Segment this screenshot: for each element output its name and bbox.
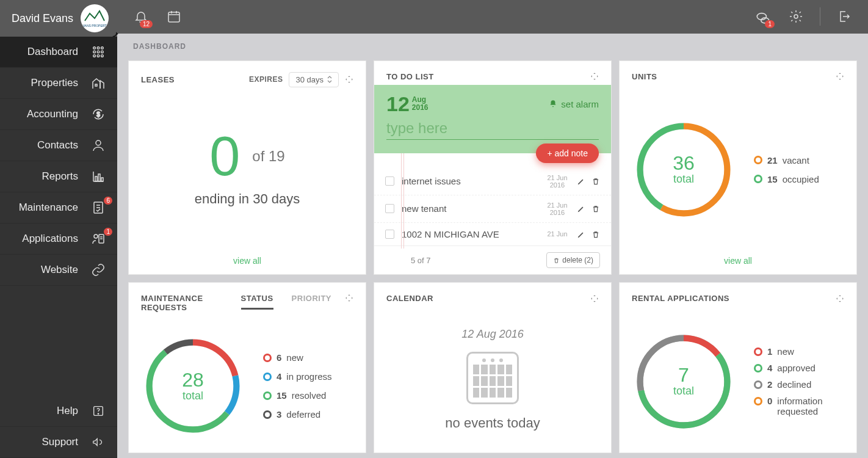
trash-icon[interactable]	[591, 230, 600, 239]
set-alarm-button[interactable]: set alarm	[549, 99, 599, 109]
drag-handle-icon[interactable]	[345, 294, 353, 302]
tab-status[interactable]: STATUS	[241, 294, 273, 310]
sidebar-item-help[interactable]: Help	[0, 396, 117, 427]
grid-icon	[90, 45, 106, 59]
range-select[interactable]: 30 days	[289, 72, 339, 87]
todo-input[interactable]	[386, 116, 599, 140]
sidebar-item-reports[interactable]: Reports	[0, 161, 117, 192]
dashboard-grid: LEASES EXPIRES 30 days 0 of 19 ending in…	[117, 56, 868, 458]
delete-label: delete (2)	[562, 256, 593, 264]
todo-checkbox[interactable]	[385, 176, 394, 186]
set-alarm-label: set alarm	[561, 99, 599, 109]
legend-item: 1new	[754, 346, 832, 357]
user-name: David Evans	[12, 12, 73, 25]
logout-button[interactable]	[835, 7, 853, 26]
card-title: RENTAL APPLICATIONS	[632, 294, 729, 303]
svg-rect-21	[168, 12, 179, 22]
todo-checkbox[interactable]	[385, 204, 394, 213]
calendar-button[interactable]	[165, 7, 183, 26]
units-donut-chart: 36 total	[632, 118, 736, 222]
sidebar-item-contacts[interactable]: Contacts	[0, 130, 117, 161]
units-card: UNITS 36 total	[619, 60, 857, 275]
drag-handle-icon[interactable]	[836, 294, 844, 303]
svg-rect-15	[101, 178, 103, 181]
todo-item: 1002 N MICHIGAN AVE 21 Jun	[374, 223, 611, 245]
svg-point-17	[94, 234, 98, 238]
todo-list: internet issues 21 Jun2016 new tenant 21…	[374, 153, 611, 274]
drag-handle-icon[interactable]	[345, 75, 353, 84]
settings-button[interactable]	[787, 7, 805, 26]
buildings-icon	[90, 76, 106, 90]
card-title: LEASES	[141, 75, 175, 84]
svg-text:EVANS PROPERTY: EVANS PROPERTY	[82, 24, 107, 27]
sidebar-item-maintenance[interactable]: Maintenance 6	[0, 192, 117, 224]
maintenance-total: 28	[182, 370, 204, 390]
divider	[820, 7, 820, 26]
drag-handle-icon[interactable]	[836, 72, 844, 81]
maintenance-legend: 6new 4in progress 15resolved 3deferred	[263, 352, 332, 420]
legend-item: 4approved	[754, 363, 832, 373]
leases-card: LEASES EXPIRES 30 days 0 of 19 ending in…	[128, 60, 366, 275]
card-title: TO DO LIST	[386, 72, 434, 81]
company-logo[interactable]: EVANS PROPERTY	[81, 4, 109, 32]
legend-item: 3deferred	[263, 409, 332, 420]
units-total: 36	[673, 153, 695, 173]
svg-rect-13	[95, 176, 97, 181]
sidebar-item-applications[interactable]: Applications 1	[0, 224, 117, 255]
sidebar-item-label: Reports	[42, 170, 78, 183]
drag-handle-icon[interactable]	[590, 294, 599, 303]
svg-point-7	[93, 55, 96, 57]
svg-point-20	[98, 413, 98, 414]
edit-icon[interactable]	[577, 230, 585, 239]
sidebar-item-properties[interactable]: Properties	[0, 68, 117, 99]
sidebar-item-label: Support	[42, 436, 78, 448]
topbar: 12 1	[117, 0, 868, 34]
sidebar-item-label: Contacts	[37, 139, 78, 151]
trash-icon[interactable]	[591, 177, 600, 186]
svg-point-4	[93, 51, 96, 53]
sidebar: David Evans EVANS PROPERTY Dashboard Pro…	[0, 0, 117, 458]
range-select-value: 30 days	[295, 75, 324, 84]
legend-item: 15resolved	[263, 390, 332, 401]
calendar-card: CALENDAR 12 Aug 2016 no events tod	[374, 282, 612, 453]
todo-count: 5 of 7	[385, 256, 546, 265]
expires-label: EXPIRES	[249, 75, 283, 84]
person-icon	[90, 138, 106, 153]
view-all-link[interactable]: view all	[129, 251, 366, 274]
legend-item: 0information requested	[754, 396, 832, 416]
notifications-button[interactable]: 12	[132, 7, 150, 26]
trash-icon[interactable]	[591, 205, 600, 213]
sidebar-item-label: Website	[41, 264, 78, 276]
sidebar-item-label: Accounting	[27, 108, 78, 120]
edit-icon[interactable]	[577, 177, 585, 186]
maintenance-donut-chart: 28 total	[141, 334, 245, 438]
svg-point-2	[97, 47, 99, 49]
sidebar-item-label: Maintenance	[19, 202, 78, 214]
tab-priority[interactable]: PRIORITY	[292, 294, 331, 310]
todo-form: 12 Aug 2016 set alarm + add note	[374, 85, 611, 153]
sidebar-item-accounting[interactable]: Accounting $	[0, 99, 117, 130]
sidebar-item-website[interactable]: Website	[0, 255, 117, 286]
svg-point-1	[93, 47, 96, 49]
card-title-line2: REQUESTS	[141, 303, 203, 312]
sidebar-header: David Evans EVANS PROPERTY	[0, 0, 117, 37]
legend-item: 4in progress	[263, 371, 332, 382]
delete-selected-button[interactable]: delete (2)	[546, 252, 600, 268]
edit-icon[interactable]	[577, 205, 585, 213]
sidebar-item-dashboard[interactable]: Dashboard	[0, 37, 117, 68]
maintenance-total-label: total	[183, 390, 203, 402]
rental-donut-chart: 7 total	[632, 330, 736, 434]
view-all-link[interactable]: view all	[620, 251, 856, 274]
drag-handle-icon[interactable]	[590, 72, 599, 81]
todo-checkbox[interactable]	[385, 230, 394, 239]
chevron-sort-icon	[327, 76, 332, 83]
units-legend: 21vacant 15occupied	[754, 155, 819, 184]
sidebar-item-support[interactable]: Support	[0, 427, 117, 458]
chat-button[interactable]: 1	[754, 7, 772, 26]
document-check-icon: 6	[90, 200, 106, 215]
money-cycle-icon: $	[90, 107, 106, 122]
legend-item: 21vacant	[754, 155, 819, 165]
no-events-label: no events today	[445, 415, 540, 431]
rental-total: 7	[678, 365, 689, 385]
leases-of-total: of 19	[252, 148, 284, 165]
